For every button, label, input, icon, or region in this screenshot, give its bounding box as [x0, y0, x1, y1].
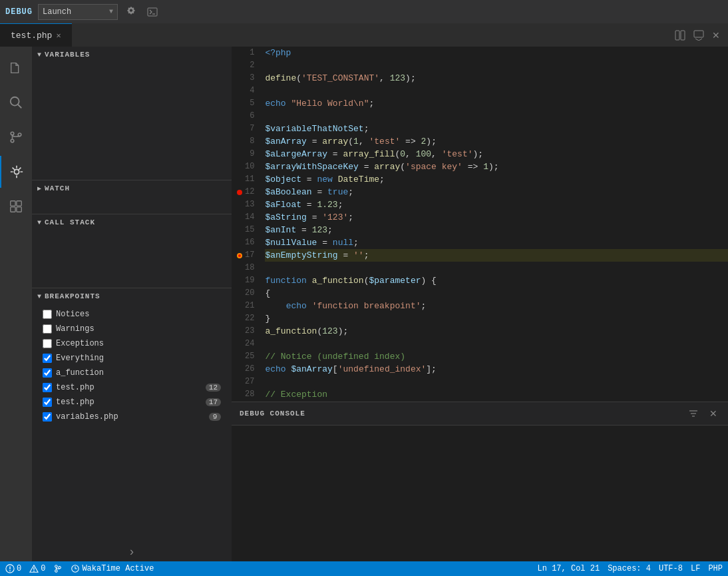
line-number-20: 20	[237, 287, 254, 300]
files-icon	[9, 61, 23, 75]
code-line-13[interactable]: $aFloat = 1.23;	[265, 198, 728, 211]
code-line-21[interactable]: echo 'function breakpoint';	[265, 300, 728, 312]
breakpoints-header[interactable]: ▼ BREAKPOINTS	[32, 288, 232, 304]
code-line-14[interactable]: $aString = '123';	[265, 211, 728, 224]
breakpoint-checkbox-bp-variablesphp[interactable]	[43, 412, 52, 422]
status-line-ending[interactable]: LF	[691, 564, 700, 573]
svg-point-11	[14, 169, 19, 174]
more-actions-button[interactable]	[691, 29, 707, 42]
code-line-24[interactable]	[265, 338, 728, 350]
line-number-10: 10	[237, 160, 254, 173]
status-errors[interactable]: 0	[5, 564, 21, 573]
svg-rect-0	[148, 8, 157, 16]
breakpoint-badge-bp-variablesphp: 9	[209, 413, 221, 421]
svg-point-5	[11, 97, 19, 106]
close-icon: ✕	[709, 408, 717, 419]
breakpoint-item-bp-notices: Notices	[32, 307, 232, 322]
code-line-4[interactable]	[265, 85, 728, 97]
tab-testphp[interactable]: test.php ✕	[0, 23, 72, 47]
code-line-8[interactable]: $anArray = array(1, 'test' => 2);	[265, 135, 728, 148]
line-number-16: 16	[237, 236, 254, 249]
close-editor-button[interactable]: ✕	[709, 29, 723, 42]
code-line-9[interactable]: $aLargeArray = array_fill(0, 100, 'test'…	[265, 148, 728, 160]
code-line-22[interactable]: }	[265, 312, 728, 325]
launch-dropdown[interactable]: test.php Launch ▼	[38, 4, 118, 20]
expand-more-button[interactable]: ›	[32, 543, 232, 561]
warning-icon	[29, 564, 39, 573]
code-line-19[interactable]: function a_function($parameter) {	[265, 274, 728, 287]
status-warnings[interactable]: 0	[29, 564, 45, 573]
breakpoint-checkbox-bp-testphp17[interactable]	[43, 398, 52, 407]
activity-debug[interactable]	[0, 156, 32, 188]
breakpoint-label-bp-variablesphp: variables.php	[56, 412, 118, 422]
line-number-26: 26	[237, 363, 254, 376]
console-filter-button[interactable]	[685, 407, 701, 420]
line-number-12: 12	[237, 186, 254, 198]
breakpoint-checkbox-bp-afunction[interactable]	[43, 368, 52, 378]
status-position[interactable]: Ln 17, Col 21	[538, 564, 600, 573]
console-body[interactable]	[232, 426, 728, 561]
new-terminal-button[interactable]	[144, 5, 160, 19]
code-line-17[interactable]: $anEmptyString = '';	[265, 249, 728, 262]
line-number-27: 27	[237, 376, 254, 388]
line-number-9: 9	[237, 148, 254, 160]
code-editor[interactable]: 1234567891011121314151617181920212223242…	[232, 47, 728, 402]
code-line-16[interactable]: $nullValue = null;	[265, 236, 728, 249]
console-header: DEBUG CONSOLE ✕	[232, 402, 728, 426]
line-number-2: 2	[237, 59, 254, 72]
status-language[interactable]: PHP	[708, 564, 723, 573]
code-lines[interactable]: <?php define('TEST_CONSTANT', 123); echo…	[262, 47, 728, 402]
status-wakatime[interactable]: WakaTime Active	[71, 564, 154, 573]
breakpoint-checkbox-bp-exceptions[interactable]	[43, 339, 52, 348]
split-editor-button[interactable]	[672, 29, 688, 42]
callstack-header[interactable]: ▼ CALL STACK	[32, 214, 232, 230]
spaces-label: Spaces: 4	[608, 564, 651, 573]
breakpoint-item-bp-afunction: a_function	[32, 366, 232, 380]
variables-header[interactable]: ▼ VARIABLES	[32, 47, 232, 63]
watch-header[interactable]: ▶ WATCH	[32, 180, 232, 196]
code-line-28[interactable]: // Exception	[265, 388, 728, 401]
git-branch-icon	[53, 564, 63, 573]
code-line-18[interactable]	[265, 262, 728, 274]
code-line-20[interactable]: {	[265, 287, 728, 300]
variables-arrow-icon: ▼	[37, 51, 42, 59]
top-bar: DEBUG test.php Launch ▼	[0, 0, 728, 23]
breakpoint-checkbox-bp-warnings[interactable]	[43, 324, 52, 334]
code-line-10[interactable]: $arrayWithSpaceKey = array('space key' =…	[265, 160, 728, 173]
debug-settings-button[interactable]	[123, 5, 139, 19]
svg-point-27	[59, 567, 61, 569]
activity-git[interactable]	[0, 121, 32, 153]
code-line-25[interactable]: // Notice (undefined index)	[265, 350, 728, 363]
code-line-5[interactable]: echo "Hello World\n";	[265, 97, 728, 110]
tab-close-icon[interactable]: ✕	[56, 31, 61, 41]
code-line-26[interactable]: echo $anArray['undefined_index'];	[265, 363, 728, 376]
code-line-23[interactable]: a_function(123);	[265, 325, 728, 338]
code-line-1[interactable]: <?php	[265, 47, 728, 59]
debug-console: DEBUG CONSOLE ✕	[232, 402, 728, 561]
code-line-27[interactable]	[265, 376, 728, 388]
code-line-2[interactable]	[265, 59, 728, 72]
breakpoint-checkbox-bp-everything[interactable]	[43, 354, 52, 363]
code-line-3[interactable]: define('TEST_CONSTANT', 123);	[265, 72, 728, 85]
svg-point-25	[55, 565, 58, 568]
status-git[interactable]	[53, 564, 63, 573]
code-line-7[interactable]: $variableThatNotSet;	[265, 123, 728, 135]
code-line-12[interactable]: $aBoolean = true;	[265, 186, 728, 198]
activity-extensions[interactable]	[0, 190, 32, 222]
activity-search[interactable]	[0, 87, 32, 119]
code-line-15[interactable]: $anInt = 123;	[265, 224, 728, 236]
line-number-1: 1	[237, 47, 254, 59]
code-line-6[interactable]	[265, 110, 728, 123]
breakpoints-section: ▼ BREAKPOINTS NoticesWarningsExceptionsE…	[32, 288, 232, 543]
console-close-button[interactable]: ✕	[707, 407, 720, 420]
line-number-18: 18	[237, 262, 254, 274]
status-encoding[interactable]: UTF-8	[659, 564, 683, 573]
breakpoint-checkbox-bp-notices[interactable]	[43, 310, 52, 319]
breakpoint-checkbox-bp-testphp12[interactable]	[43, 383, 52, 392]
watch-label: WATCH	[45, 184, 70, 192]
status-spaces[interactable]: Spaces: 4	[608, 564, 651, 573]
activity-files[interactable]	[0, 52, 32, 84]
code-line-11[interactable]: $object = new DateTime;	[265, 173, 728, 186]
breakpoint-item-bp-exceptions: Exceptions	[32, 336, 232, 351]
tab-label: test.php	[11, 31, 52, 41]
